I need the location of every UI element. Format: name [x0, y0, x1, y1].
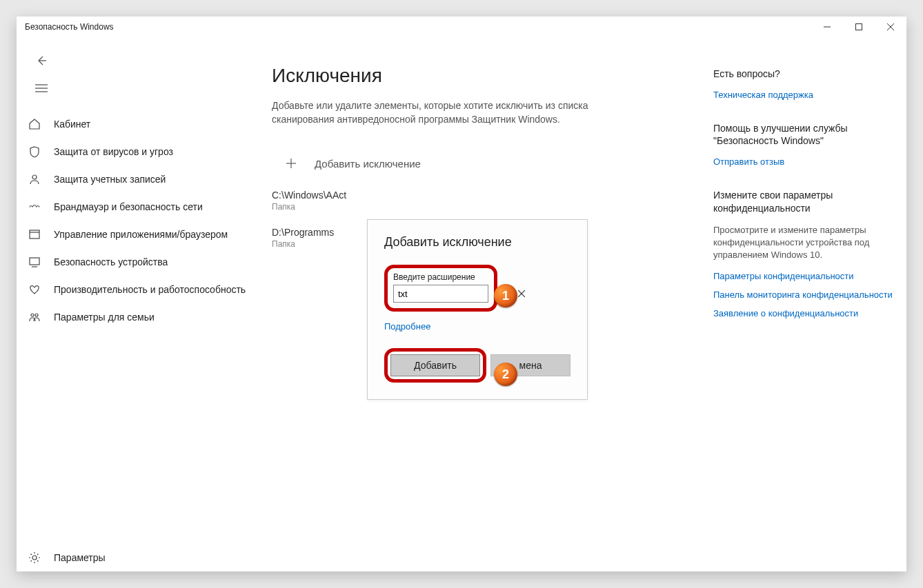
close-button[interactable]	[875, 17, 906, 37]
svg-rect-11	[30, 258, 39, 265]
svg-point-14	[35, 314, 38, 316]
nav-label: Управление приложениями/браузером	[54, 229, 228, 240]
aside-questions-title: Есть вопросы?	[713, 68, 893, 80]
exclusion-item[interactable]: C:\Windows\AAct Папка	[272, 190, 699, 212]
nav-home[interactable]: Кабинет	[17, 110, 247, 138]
nav-label: Брандмауэр и безопасность сети	[54, 201, 203, 212]
annotation-badge-2: 2	[494, 363, 517, 386]
nav-firewall[interactable]: Брандмауэр и безопасность сети	[17, 193, 247, 221]
nav-appbrowser[interactable]: Управление приложениями/браузером	[17, 221, 247, 248]
nav-family[interactable]: Параметры для семьи	[17, 303, 247, 331]
aside-privacy-title: Измените свои параметры конфиденциальнос…	[713, 189, 893, 214]
annotation-badge-1: 1	[494, 284, 517, 307]
heart-icon	[28, 283, 41, 296]
page-description: Добавьте или удалите элементы, которые х…	[272, 99, 617, 126]
nav-label: Параметры для семьи	[54, 312, 155, 323]
link-privacy-settings[interactable]: Параметры конфиденциальности	[713, 271, 893, 283]
exclusion-path: C:\Windows\AAct	[272, 190, 699, 201]
add-button[interactable]: Добавить	[390, 354, 480, 376]
network-icon	[28, 200, 41, 214]
nav-label: Безопасность устройства	[54, 256, 168, 267]
aside-privacy-text: Просмотрите и измените параметры конфиде…	[713, 224, 893, 262]
maximize-button[interactable]	[843, 17, 875, 37]
home-icon	[28, 117, 41, 131]
nav-virus[interactable]: Защита от вирусов и угроз	[17, 138, 247, 165]
sidebar: Кабинет Защита от вирусов и угроз Защита…	[17, 37, 247, 571]
link-support[interactable]: Техническая поддержка	[713, 90, 893, 101]
family-icon	[28, 310, 41, 324]
nav-label: Производительность и работоспособность	[54, 284, 246, 295]
minimize-button[interactable]	[811, 17, 843, 37]
nav-list: Кабинет Защита от вирусов и угроз Защита…	[17, 110, 247, 544]
link-privacy-dashboard[interactable]: Панель мониторинга конфиденциальности	[713, 290, 893, 301]
svg-rect-1	[856, 24, 862, 30]
shield-icon	[28, 145, 41, 159]
device-icon	[28, 255, 41, 269]
window-title: Безопасность Windows	[25, 22, 114, 32]
nav-label: Кабинет	[54, 119, 90, 130]
link-privacy-statement[interactable]: Заявление о конфиденциальности	[713, 308, 893, 320]
aside-help-title: Помощь в улучшении службы "Безопасность …	[713, 122, 893, 147]
nav-label: Параметры	[54, 552, 106, 563]
svg-rect-9	[30, 230, 39, 239]
page-title: Исключения	[272, 65, 699, 87]
nav-device[interactable]: Безопасность устройства	[17, 248, 247, 276]
dialog-title: Добавить исключение	[384, 235, 570, 250]
clear-input-icon[interactable]	[518, 285, 525, 302]
app-window: Безопасность Windows Кабинет	[17, 17, 906, 571]
gear-icon	[28, 551, 41, 565]
window-icon	[28, 227, 41, 241]
add-exclusion-dialog: Добавить исключение Введите расширение П…	[367, 219, 588, 400]
nav-settings[interactable]: Параметры	[17, 544, 247, 571]
extension-input-group: Введите расширение	[384, 265, 497, 312]
add-exclusion-button[interactable]: Добавить исключение	[272, 151, 699, 176]
add-exclusion-label: Добавить исключение	[315, 158, 421, 170]
nav-label: Защита от вирусов и угроз	[54, 146, 173, 157]
titlebar: Безопасность Windows	[17, 17, 906, 37]
svg-point-13	[31, 314, 34, 316]
aside-panel: Есть вопросы? Техническая поддержка Помо…	[713, 65, 893, 558]
svg-point-15	[32, 556, 37, 560]
nav-label: Защита учетных записей	[54, 174, 166, 185]
menu-button[interactable]	[28, 76, 55, 101]
link-more-info[interactable]: Подробнее	[384, 321, 570, 332]
nav-performance[interactable]: Производительность и работоспособность	[17, 276, 247, 303]
plus-icon	[283, 155, 299, 172]
exclusion-type: Папка	[272, 202, 699, 212]
person-icon	[28, 172, 41, 186]
nav-account[interactable]: Защита учетных записей	[17, 165, 247, 193]
extension-input-label: Введите расширение	[393, 272, 488, 282]
link-feedback[interactable]: Отправить отзыв	[713, 156, 893, 168]
svg-point-8	[32, 175, 37, 179]
back-button[interactable]	[28, 48, 55, 73]
